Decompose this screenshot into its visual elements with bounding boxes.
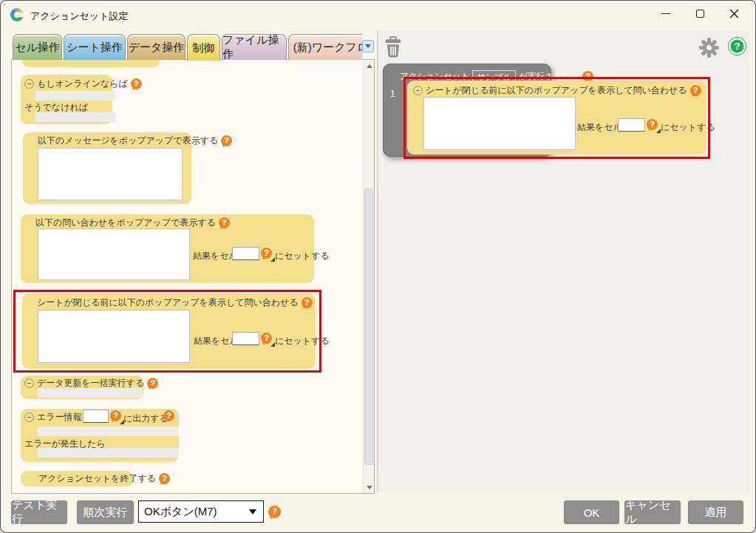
block-label: アクションセットを終了する bbox=[38, 472, 156, 485]
result-cell-input[interactable] bbox=[232, 247, 259, 260]
step-number: 1 bbox=[390, 89, 395, 99]
help-edit-icon[interactable] bbox=[647, 119, 658, 130]
minimize-icon bbox=[661, 13, 670, 14]
minimize-button[interactable] bbox=[649, 1, 683, 26]
run-target-select[interactable]: OKボタン(M7) bbox=[138, 500, 264, 523]
maximize-icon bbox=[696, 10, 704, 18]
ok-button[interactable]: OK bbox=[564, 500, 619, 524]
placed-block-close-inquiry[interactable]: シートが閉じる前に以下のポップアップを表示して問い合わせる 結果をセル にセット… bbox=[407, 81, 706, 155]
collapse-icon[interactable] bbox=[24, 413, 34, 422]
scrollbar-thumb[interactable] bbox=[364, 189, 373, 465]
block-label: シートが閉じる前に以下のポップアップを表示して問い合わせる bbox=[426, 84, 687, 97]
window-title: アクションセット設定 bbox=[30, 10, 128, 23]
help-bubble-icon[interactable] bbox=[302, 297, 313, 308]
title-bar: アクションセット設定 bbox=[1, 1, 755, 30]
tab-sheet-ops[interactable]: シート操作 bbox=[64, 34, 126, 60]
close-icon bbox=[729, 9, 739, 18]
help-edit-icon[interactable] bbox=[261, 248, 272, 259]
list-scrollbar[interactable] bbox=[363, 60, 374, 493]
collapse-icon[interactable] bbox=[24, 378, 34, 388]
block-label: 以下のメッセージをポップアップで表示する bbox=[38, 135, 218, 147]
result-prefix-label: 結果をセル bbox=[577, 121, 622, 134]
result-cell-input[interactable] bbox=[232, 332, 259, 345]
collapse-icon[interactable] bbox=[24, 79, 34, 89]
result-cell-input[interactable] bbox=[618, 118, 645, 132]
help-bubble-icon[interactable] bbox=[159, 473, 170, 484]
block-end-actionset[interactable]: アクションセットを終了する bbox=[21, 471, 133, 486]
help-bubble-icon[interactable] bbox=[163, 410, 174, 421]
collapse-icon[interactable] bbox=[413, 86, 423, 95]
help-edit-icon[interactable] bbox=[261, 333, 272, 344]
action-set-canvas: アクションセット サンプル が実行されたら 1 シートが閉じる前に以下のポップア… bbox=[377, 30, 750, 492]
block-show-inquiry[interactable]: 以下の問い合わせをポップアップで表示する 結果をセル にセットする bbox=[21, 214, 314, 283]
maximize-button[interactable] bbox=[683, 1, 717, 26]
batch-slot[interactable] bbox=[38, 388, 142, 398]
block-error-output[interactable]: エラー情報を に出力する エラーが発生したら bbox=[21, 409, 179, 462]
block-label-suffix: に出力する bbox=[123, 413, 168, 425]
then-slot[interactable] bbox=[35, 91, 115, 101]
help-bubble-icon[interactable] bbox=[219, 217, 230, 228]
tab-cell-ops[interactable]: セル操作 bbox=[13, 34, 62, 60]
message-textarea[interactable] bbox=[38, 148, 183, 200]
scroll-up-icon[interactable] bbox=[364, 60, 375, 71]
help-bubble-icon[interactable] bbox=[131, 78, 142, 89]
tab-data-ops[interactable]: データ操作 bbox=[127, 34, 185, 60]
close-inquiry-textarea[interactable] bbox=[423, 97, 576, 150]
help-bubble-icon[interactable] bbox=[221, 135, 232, 146]
block-if-online[interactable]: もしオンラインならば そうでなければ bbox=[21, 75, 112, 124]
help-bubble-icon[interactable] bbox=[268, 506, 281, 518]
gear-icon[interactable] bbox=[699, 38, 719, 58]
result-suffix-label: にセットする bbox=[661, 121, 715, 134]
trash-icon[interactable] bbox=[384, 36, 403, 58]
result-suffix-label: にセットする bbox=[275, 250, 330, 262]
chevron-down-icon bbox=[365, 44, 371, 51]
else-slot[interactable] bbox=[35, 112, 115, 122]
sequential-run-button[interactable]: 順次実行 bbox=[77, 500, 134, 524]
block-label: シートが閉じる前に以下のポップアップを表示して問い合わせる bbox=[37, 296, 299, 309]
block-label: 以下の問い合わせをポップアップで表示する bbox=[35, 217, 216, 229]
close-inquiry-textarea[interactable] bbox=[38, 310, 190, 363]
tab-workflow[interactable]: (新)ワークフロー bbox=[288, 34, 362, 60]
help-bubble-icon[interactable] bbox=[147, 378, 158, 389]
on-error-slot[interactable] bbox=[38, 448, 179, 458]
tab-overflow-button[interactable] bbox=[362, 40, 374, 52]
cancel-button[interactable]: キャンセル bbox=[624, 500, 681, 524]
apply-button[interactable]: 適用 bbox=[688, 500, 743, 524]
app-logo-icon bbox=[10, 8, 24, 21]
tab-file-ops[interactable]: ファイル操作 bbox=[222, 34, 287, 60]
test-run-button[interactable]: テスト実行 bbox=[11, 500, 67, 524]
block-label: もしオンラインならば bbox=[37, 78, 128, 90]
action-set-settings-window: アクションセット設定 セル操作 シート操作 データ操作 制御 ファイル操作 (新… bbox=[0, 0, 756, 533]
error-cell-input[interactable] bbox=[83, 410, 109, 423]
error-slot[interactable] bbox=[38, 427, 179, 436]
block-show-message[interactable]: 以下のメッセージをポップアップで表示する bbox=[23, 132, 191, 204]
block-batch-update[interactable]: データ更新を一括実行する bbox=[21, 376, 143, 399]
help-circle-icon[interactable] bbox=[729, 38, 746, 55]
close-button[interactable] bbox=[717, 1, 751, 26]
inquiry-textarea[interactable] bbox=[38, 228, 190, 280]
action-template-list: もしオンラインならば そうでなければ 以下のメッセージをポップアップで表示する … bbox=[11, 59, 375, 494]
scroll-down-icon[interactable] bbox=[364, 482, 375, 493]
tab-control[interactable]: 制御 bbox=[187, 34, 220, 61]
help-bubble-icon[interactable] bbox=[690, 85, 701, 96]
help-edit-icon[interactable] bbox=[110, 410, 121, 421]
block-close-inquiry[interactable]: シートが閉じる前に以下のポップアップを表示して問い合わせる 結果をセル にセット… bbox=[22, 293, 316, 369]
result-suffix-label: にセットする bbox=[275, 335, 330, 347]
result-prefix-label: 結果をセル bbox=[193, 250, 238, 262]
category-tabs: セル操作 シート操作 データ操作 制御 ファイル操作 (新)ワークフロー bbox=[13, 34, 362, 61]
